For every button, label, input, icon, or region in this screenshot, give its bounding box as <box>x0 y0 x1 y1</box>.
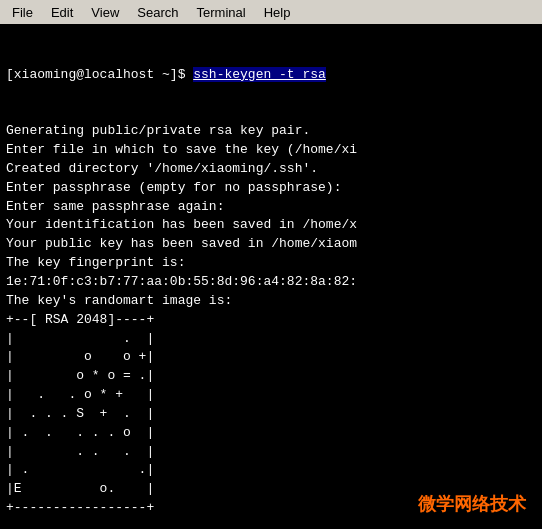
terminal-line: +--[ RSA 2048]----+ <box>6 311 536 330</box>
terminal-line: | . . . S + . | <box>6 405 536 424</box>
terminal-line: | . .| <box>6 461 536 480</box>
terminal-output: Generating public/private rsa key pair.E… <box>6 122 536 518</box>
menu-view[interactable]: View <box>83 0 127 24</box>
terminal-line: | . . o * + | <box>6 386 536 405</box>
terminal-line: Your public key has been saved in /home/… <box>6 235 536 254</box>
terminal-line: Enter passphrase (empty for no passphras… <box>6 179 536 198</box>
prompt: [xiaoming@localhost ~]$ <box>6 67 193 82</box>
terminal-line: Generating public/private rsa key pair. <box>6 122 536 141</box>
terminal-line: Created directory '/home/xiaoming/.ssh'. <box>6 160 536 179</box>
watermark: 微学网络技术 <box>418 491 526 517</box>
terminal-line: | . | <box>6 330 536 349</box>
terminal-line: | . . . | <box>6 443 536 462</box>
terminal-line: | o o +| <box>6 348 536 367</box>
terminal-line: | . . . . . o | <box>6 424 536 443</box>
terminal-line: The key's randomart image is: <box>6 292 536 311</box>
menu-help[interactable]: Help <box>256 0 299 24</box>
menu-edit[interactable]: Edit <box>43 0 81 24</box>
terminal-line: | o * o = .| <box>6 367 536 386</box>
terminal-line: Enter same passphrase again: <box>6 198 536 217</box>
command-line: [xiaoming@localhost ~]$ ssh-keygen -t rs… <box>6 66 536 85</box>
terminal-line: 1e:71:0f:c3:b7:77:aa:0b:55:8d:96:a4:82:8… <box>6 273 536 292</box>
menubar: File Edit View Search Terminal Help <box>0 0 542 24</box>
terminal-line: The key fingerprint is: <box>6 254 536 273</box>
terminal-line: Enter file in which to save the key (/ho… <box>6 141 536 160</box>
terminal-area[interactable]: [xiaoming@localhost ~]$ ssh-keygen -t rs… <box>0 24 542 529</box>
menu-search[interactable]: Search <box>129 0 186 24</box>
menu-file[interactable]: File <box>4 0 41 24</box>
terminal-line: Your identification has been saved in /h… <box>6 216 536 235</box>
menu-terminal[interactable]: Terminal <box>189 0 254 24</box>
command-text: ssh-keygen -t rsa <box>193 67 326 82</box>
